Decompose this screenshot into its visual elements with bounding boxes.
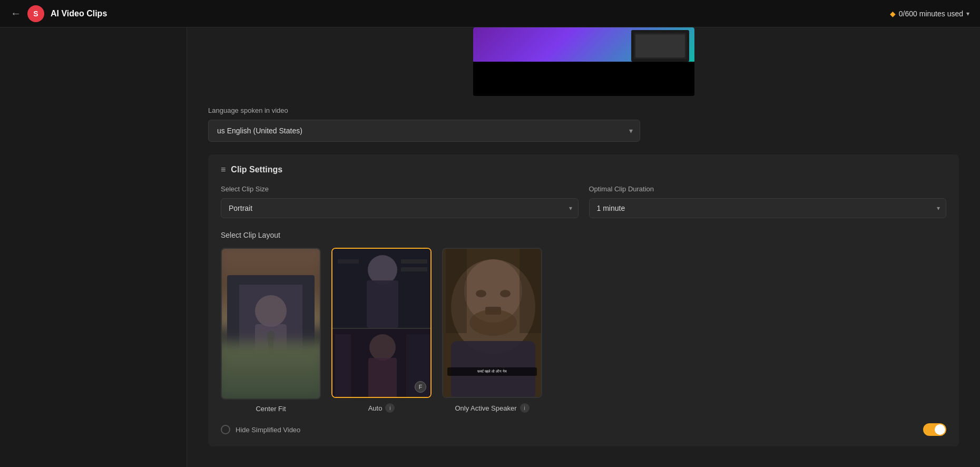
toggle-knob	[935, 424, 945, 435]
language-section: Language spoken in video us English (Uni…	[187, 106, 661, 142]
auto-name: Auto i	[368, 403, 395, 413]
topbar-right: ◆ 0/600 minutes used ▾	[890, 9, 969, 18]
hide-simplified-radio[interactable]	[221, 425, 230, 434]
svg-rect-11	[367, 280, 398, 328]
clip-settings-lines-icon: ≡	[221, 165, 226, 174]
auto-bottom-person: F	[332, 329, 430, 397]
svg-rect-12	[401, 259, 427, 264]
svg-rect-13	[401, 267, 427, 271]
clip-size-duration-row: Select Clip Size Portrait Landscape Squa…	[221, 185, 946, 218]
svg-point-24	[476, 290, 486, 297]
svg-point-25	[500, 290, 511, 297]
svg-rect-30	[520, 249, 541, 333]
auto-info-icon[interactable]: i	[385, 403, 395, 413]
clip-layout-section: Select Clip Layout	[221, 231, 946, 413]
center-fit-blur-bottom	[221, 342, 321, 400]
video-preview-container	[187, 27, 980, 106]
language-form-group: Language spoken in video us English (Uni…	[208, 106, 640, 142]
logo-text: S	[33, 9, 38, 18]
layout-card-auto[interactable]: F Auto i	[331, 248, 432, 413]
language-select-wrapper: us English (United States) es Spanish fr…	[208, 120, 640, 142]
clip-duration-select-wrapper: 30 seconds 1 minute 2 minutes 3 minutes …	[589, 198, 947, 218]
diamond-icon: ◆	[890, 9, 896, 18]
clip-settings-title: Clip Settings	[231, 165, 282, 174]
clip-duration-group: Optimal Clip Duration 30 seconds 1 minut…	[589, 185, 947, 218]
hide-simplified-label: Hide Simplified Video	[236, 426, 300, 434]
sidebar	[0, 27, 187, 467]
svg-rect-18	[335, 334, 351, 397]
clip-duration-select[interactable]: 30 seconds 1 minute 2 minutes 3 minutes	[589, 198, 947, 218]
svg-rect-14	[338, 259, 359, 264]
svg-point-16	[369, 334, 396, 361]
back-icon: ←	[11, 7, 21, 20]
content-area: Language spoken in video us English (Uni…	[187, 27, 980, 467]
center-fit-name: Center Fit	[256, 405, 286, 413]
oas-preview: फर्स्ट पहले तो लीग गेम	[442, 248, 542, 398]
clip-settings-section: ≡ Clip Settings Select Clip Size Portrai…	[208, 154, 959, 446]
f-badge-label: F	[419, 384, 423, 390]
language-select[interactable]: us English (United States) es Spanish fr…	[208, 120, 640, 142]
video-preview-bottom	[473, 62, 694, 96]
video-preview-top	[473, 27, 694, 62]
svg-point-10	[368, 255, 397, 285]
minutes-used: 0/600 minutes used	[899, 9, 963, 18]
auto-label: Auto	[368, 404, 383, 412]
clip-layout-label: Select Clip Layout	[221, 231, 946, 239]
clip-size-select[interactable]: Portrait Landscape Square	[221, 198, 579, 218]
clip-size-select-wrapper: Portrait Landscape Square ▾	[221, 198, 579, 218]
svg-rect-29	[446, 249, 467, 333]
toggle-wrapper	[923, 423, 946, 436]
video-thumbnail-svg	[631, 30, 689, 62]
layout-card-only-active-speaker[interactable]: फर्स्ट पहले तो लीग गेम Only Active Speak…	[442, 248, 542, 413]
layout-cards: Center Fit	[221, 248, 946, 413]
auto-person1-svg	[332, 249, 430, 328]
layout-card-center-fit[interactable]: Center Fit	[221, 248, 321, 413]
svg-point-27	[469, 309, 517, 336]
toggle-switch[interactable]	[923, 423, 946, 436]
topbar: ← S AI Video Clips ◆ 0/600 minutes used …	[0, 0, 980, 27]
oas-label: Only Active Speaker	[455, 404, 516, 412]
center-fit-preview	[221, 248, 321, 400]
svg-rect-17	[368, 358, 397, 397]
clip-size-group: Select Clip Size Portrait Landscape Squa…	[221, 185, 579, 218]
topbar-chevron-icon[interactable]: ▾	[966, 10, 969, 17]
oas-person-bg: फर्स्ट पहले तो लीग गेम	[443, 249, 541, 397]
center-fit-label: Center Fit	[256, 405, 286, 413]
hide-simplified-row: Hide Simplified Video	[221, 423, 946, 436]
oas-name: Only Active Speaker i	[455, 403, 529, 413]
auto-top-person	[332, 249, 430, 328]
clip-size-label: Select Clip Size	[221, 185, 579, 193]
auto-preview: F	[331, 248, 432, 398]
back-button[interactable]: ←	[11, 7, 21, 20]
oas-info-icon[interactable]: i	[520, 403, 530, 413]
clip-settings-header: ≡ Clip Settings	[221, 165, 946, 174]
main-layout: Language spoken in video us English (Uni…	[0, 27, 980, 467]
auto-f-badge: F	[415, 381, 426, 393]
clip-duration-label: Optimal Clip Duration	[589, 185, 947, 193]
svg-rect-2	[635, 34, 685, 57]
topbar-left: ← S AI Video Clips	[11, 5, 107, 22]
oas-subtitle: फर्स्ट पहले तो लीग गेम	[447, 367, 537, 376]
app-logo: S	[27, 5, 44, 22]
svg-point-4	[255, 295, 287, 327]
video-preview	[473, 27, 694, 96]
oas-subtitle-text: फर्स्ट पहले तो लीग गेम	[477, 369, 507, 373]
language-label: Language spoken in video	[208, 106, 640, 114]
app-title: AI Video Clips	[51, 9, 107, 18]
